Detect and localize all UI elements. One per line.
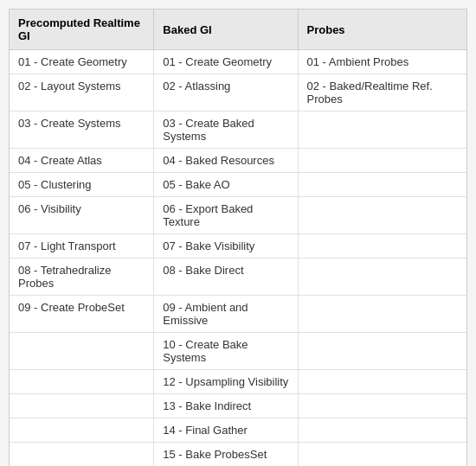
table-row: 08 - Tetrahedralize Probes08 - Bake Dire…	[10, 259, 466, 296]
table-cell-col3	[298, 418, 466, 443]
table-cell-col1: 03 - Create Systems	[10, 112, 154, 149]
table-cell-col2: 13 - Bake Indirect	[154, 394, 298, 418]
table-cell-col1: 01 - Create Geometry	[10, 50, 154, 74]
table-cell-col3	[298, 394, 466, 418]
table-cell-col3	[298, 173, 466, 197]
table-cell-col3	[298, 333, 466, 370]
table-cell-col3	[298, 443, 466, 467]
table-cell-col3	[298, 234, 466, 259]
table-cell-col2: 12 - Upsampling Visibility	[154, 370, 298, 394]
comparison-table: Precomputed Realtime GI Baked GI Probes …	[10, 10, 466, 466]
table-cell-col2: 02 - Atlassing	[154, 74, 298, 112]
table-row: 04 - Create Atlas04 - Baked Resources	[10, 149, 466, 173]
table-cell-col1: 09 - Create ProbeSet	[10, 296, 154, 333]
table-cell-col1	[10, 333, 154, 370]
table-cell-col2: 03 - Create Baked Systems	[154, 112, 298, 149]
table-header-row: Precomputed Realtime GI Baked GI Probes	[10, 10, 466, 50]
table-row: 01 - Create Geometry01 - Create Geometry…	[10, 50, 466, 74]
header-precomputed-realtime-gi: Precomputed Realtime GI	[10, 10, 154, 50]
table-cell-col2: 15 - Bake ProbesSet	[154, 443, 298, 467]
table-cell-col2: 09 - Ambient and Emissive	[154, 296, 298, 333]
table-cell-col3: 01 - Ambient Probes	[298, 50, 466, 74]
table-row: 09 - Create ProbeSet09 - Ambient and Emi…	[10, 296, 466, 333]
table-cell-col3	[298, 296, 466, 333]
table-row: 12 - Upsampling Visibility	[10, 370, 466, 394]
table-cell-col1: 05 - Clustering	[10, 173, 154, 197]
table-cell-col1: 08 - Tetrahedralize Probes	[10, 259, 154, 296]
table-row: 07 - Light Transport07 - Bake Visibility	[10, 234, 466, 259]
table-cell-col2: 08 - Bake Direct	[154, 259, 298, 296]
header-baked-gi: Baked GI	[154, 10, 298, 50]
table-cell-col3	[298, 197, 466, 234]
table-cell-col1	[10, 394, 154, 418]
table-cell-col2: 14 - Final Gather	[154, 418, 298, 443]
table-cell-col2: 10 - Create Bake Systems	[154, 333, 298, 370]
table-row: 06 - Visibility06 - Export Baked Texture	[10, 197, 466, 234]
table-row: 15 - Bake ProbesSet	[10, 443, 466, 467]
table-cell-col2: 04 - Baked Resources	[154, 149, 298, 173]
table-cell-col1: 07 - Light Transport	[10, 234, 154, 259]
table-cell-col1: 06 - Visibility	[10, 197, 154, 234]
table-row: 02 - Layout Systems02 - Atlassing02 - Ba…	[10, 74, 466, 112]
table-row: 10 - Create Bake Systems	[10, 333, 466, 370]
table-cell-col1: 04 - Create Atlas	[10, 149, 154, 173]
table-cell-col3	[298, 259, 466, 296]
table-cell-col2: 01 - Create Geometry	[154, 50, 298, 74]
table-cell-col3	[298, 370, 466, 394]
main-table-wrapper: Precomputed Realtime GI Baked GI Probes …	[9, 9, 467, 466]
table-cell-col1: 02 - Layout Systems	[10, 74, 154, 112]
table-row: 14 - Final Gather	[10, 418, 466, 443]
table-cell-col1	[10, 418, 154, 443]
header-probes: Probes	[298, 10, 466, 50]
table-row: 13 - Bake Indirect	[10, 394, 466, 418]
table-cell-col2: 07 - Bake Visibility	[154, 234, 298, 259]
table-row: 03 - Create Systems03 - Create Baked Sys…	[10, 112, 466, 149]
table-cell-col2: 06 - Export Baked Texture	[154, 197, 298, 234]
table-cell-col1	[10, 443, 154, 467]
table-cell-col1	[10, 370, 154, 394]
table-cell-col2: 05 - Bake AO	[154, 173, 298, 197]
table-cell-col3	[298, 149, 466, 173]
table-row: 05 - Clustering05 - Bake AO	[10, 173, 466, 197]
table-cell-col3	[298, 112, 466, 149]
table-cell-col3: 02 - Baked/Realtime Ref. Probes	[298, 74, 466, 112]
